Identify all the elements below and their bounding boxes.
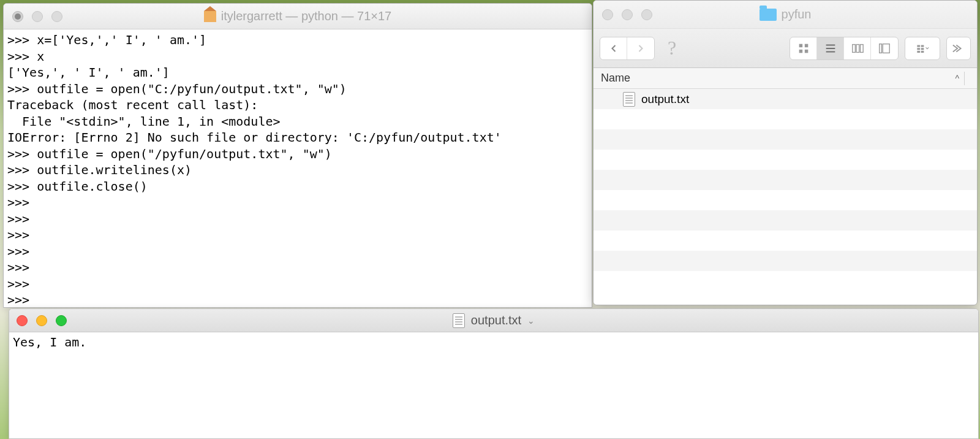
list-view-button[interactable] (817, 37, 844, 59)
empty-row (594, 210, 977, 231)
minimize-icon[interactable] (622, 9, 633, 20)
finder-toolbar: ? (594, 29, 977, 68)
terminal-titlebar[interactable]: itylergarrett — python — 71×17 (4, 4, 592, 29)
zoom-icon[interactable] (641, 9, 652, 20)
textedit-window: output.txt ⌄ Yes, I am. (9, 308, 979, 439)
finder-window: pyfun ? (593, 0, 978, 305)
svg-rect-1 (804, 44, 808, 47)
back-button[interactable] (600, 37, 627, 59)
finder-title-text: pyfun (782, 7, 812, 21)
nav-buttons (600, 37, 655, 60)
finder-column-header[interactable]: Name ^ (594, 68, 977, 89)
minimize-icon[interactable] (36, 315, 47, 326)
svg-rect-12 (917, 45, 920, 47)
column-name-label: Name (601, 72, 955, 85)
empty-row (594, 231, 977, 251)
svg-rect-9 (860, 44, 863, 52)
close-icon[interactable] (12, 11, 23, 22)
empty-row (594, 109, 977, 129)
textedit-content: Yes, I am. (13, 335, 86, 349)
zoom-icon[interactable] (51, 11, 62, 22)
textedit-title-text: output.txt (471, 313, 521, 327)
svg-rect-0 (799, 44, 802, 47)
empty-row (594, 129, 977, 150)
sort-indicator-icon: ^ (955, 74, 959, 83)
traffic-lights (17, 315, 67, 326)
svg-rect-14 (917, 50, 920, 52)
home-icon (204, 11, 216, 22)
textedit-body[interactable]: Yes, I am. (9, 332, 978, 438)
arrange-button-group (905, 37, 940, 60)
document-icon (623, 92, 635, 107)
folder-icon (760, 9, 777, 21)
column-divider[interactable] (964, 72, 965, 85)
finder-file-list[interactable]: output.txt (594, 89, 977, 305)
close-icon[interactable] (602, 9, 613, 20)
view-buttons (790, 37, 899, 60)
svg-rect-15 (921, 45, 924, 47)
gallery-view-button[interactable] (871, 37, 898, 59)
svg-rect-5 (826, 48, 835, 49)
zoom-icon[interactable] (56, 315, 67, 326)
forward-button[interactable] (627, 37, 654, 59)
svg-rect-8 (856, 44, 859, 52)
svg-rect-13 (917, 48, 920, 50)
svg-rect-7 (852, 44, 855, 52)
svg-rect-11 (883, 44, 889, 53)
close-icon[interactable] (17, 315, 28, 326)
arrange-button[interactable] (905, 37, 940, 59)
terminal-body[interactable]: >>> x=['Yes,',' I', ' am.'] >>> x ['Yes,… (4, 29, 592, 307)
file-row[interactable]: output.txt (594, 89, 977, 109)
empty-row (594, 150, 977, 170)
traffic-lights (12, 11, 62, 22)
empty-row (594, 251, 977, 271)
svg-rect-10 (880, 44, 882, 53)
svg-rect-6 (826, 51, 835, 52)
terminal-title-text: itylergarrett — python — 71×17 (221, 9, 391, 23)
terminal-title: itylergarrett — python — 71×17 (4, 9, 592, 23)
svg-rect-2 (799, 49, 802, 53)
minimize-icon[interactable] (32, 11, 43, 22)
traffic-lights (602, 9, 652, 20)
empty-row (594, 170, 977, 190)
textedit-title: output.txt ⌄ (9, 313, 978, 328)
textedit-titlebar[interactable]: output.txt ⌄ (9, 309, 978, 332)
svg-rect-16 (921, 48, 924, 50)
svg-rect-3 (804, 49, 808, 53)
svg-rect-17 (921, 50, 924, 52)
finder-titlebar[interactable]: pyfun (594, 1, 977, 29)
chevron-down-icon[interactable]: ⌄ (527, 316, 535, 326)
file-name: output.txt (641, 93, 689, 106)
column-view-button[interactable] (844, 37, 871, 59)
help-icon[interactable]: ? (661, 36, 683, 61)
icon-view-button[interactable] (790, 37, 817, 59)
empty-row (594, 190, 977, 210)
document-icon (453, 313, 465, 328)
more-button[interactable] (946, 37, 971, 60)
svg-rect-4 (826, 44, 835, 45)
terminal-window: itylergarrett — python — 71×17 >>> x=['Y… (3, 3, 592, 308)
